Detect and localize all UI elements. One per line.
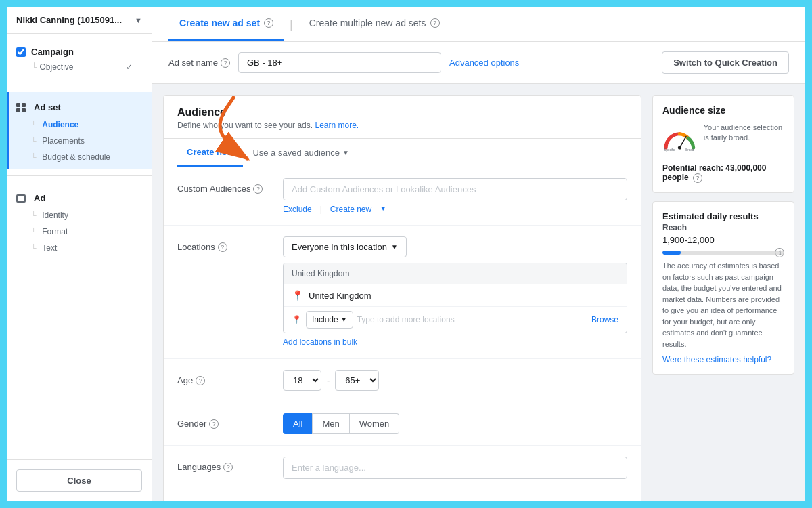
- ad-label: Ad: [34, 193, 45, 203]
- age-to-select[interactable]: 65+: [335, 370, 379, 391]
- campaign-item[interactable]: Campaign: [16, 43, 142, 60]
- text-nav-item[interactable]: └ Text: [16, 239, 142, 255]
- audience-size-card: Audience size: [652, 95, 794, 193]
- custom-audiences-info-icon: ?: [253, 184, 263, 194]
- age-from-select[interactable]: 18: [283, 370, 321, 391]
- custom-audiences-input[interactable]: [283, 178, 627, 200]
- adset-name-input[interactable]: [238, 52, 441, 73]
- detailed-targeting-section: Detailed targeting ? INCLUDE people who …: [164, 490, 641, 501]
- tab-create-multiple[interactable]: Create multiple new ad sets ?: [298, 7, 451, 41]
- audience-size-title: Audience size: [662, 105, 784, 116]
- location-type-input[interactable]: [357, 313, 587, 326]
- svg-point-2: [678, 146, 681, 150]
- tab-separator: |: [284, 18, 298, 30]
- ad-item[interactable]: Ad: [16, 190, 142, 207]
- account-selector[interactable]: Nikki Canning (1015091... ▼: [7, 7, 152, 34]
- adset-label: Ad set: [34, 102, 61, 112]
- content-area: Create new ad set ? | Create multiple ne…: [152, 7, 805, 501]
- advanced-options-link[interactable]: Advanced options: [449, 58, 519, 68]
- location-item-uk: 📍 United Kingdom: [284, 284, 627, 307]
- location-add-icon: 📍: [292, 315, 302, 324]
- campaign-label: Campaign: [31, 47, 74, 57]
- budget-nav-label: Budget & schedule: [42, 152, 110, 162]
- bulk-locations-link[interactable]: Add locations in bulk: [283, 337, 357, 347]
- objective-label: Objective: [40, 62, 74, 72]
- placements-nav-item[interactable]: └ Placements: [16, 132, 142, 148]
- gender-men-button[interactable]: Men: [312, 413, 349, 434]
- reach-bar-info-icon: ℹ: [775, 248, 784, 257]
- audience-nav-item[interactable]: └ Audience: [16, 116, 142, 132]
- custom-audiences-row: Custom Audiences ? Exclude | Create new …: [177, 178, 627, 214]
- format-nav-label: Format: [42, 227, 68, 236]
- custom-audiences-label: Custom Audiences ?: [177, 178, 272, 194]
- helpful-link[interactable]: Were these estimates helpful?: [662, 355, 784, 364]
- campaign-checkbox[interactable]: [16, 47, 26, 57]
- locations-section: Locations ? Everyone in this location ▼ …: [164, 226, 641, 359]
- location-pin-icon: 📍: [292, 290, 303, 301]
- identity-nav-label: Identity: [42, 211, 68, 220]
- format-nav-item[interactable]: └ Format: [16, 223, 142, 239]
- age-label: Age ?: [177, 370, 272, 385]
- account-name: Nikki Canning (1015091...: [16, 15, 131, 25]
- languages-section: Languages ?: [164, 446, 641, 490]
- create-new-button[interactable]: Create new: [330, 205, 371, 214]
- audience-nav-label: Audience: [42, 120, 78, 129]
- include-dropdown[interactable]: Include ▼: [306, 311, 353, 329]
- age-info-icon: ?: [196, 376, 205, 385]
- tab-saved-audience[interactable]: Use a saved audience ▼: [243, 139, 359, 167]
- divider: |: [320, 205, 322, 214]
- chevron-down-icon: ▼: [135, 16, 142, 24]
- svg-line-1: [679, 137, 686, 148]
- svg-text:Broad: Broad: [685, 148, 694, 152]
- age-control: 18 - 65+: [283, 370, 627, 391]
- identity-nav-item[interactable]: └ Identity: [16, 207, 142, 223]
- audience-panel: Audience Define who you want to see your…: [163, 95, 641, 501]
- switch-to-quick-creation-button[interactable]: Switch to Quick Creation: [662, 51, 789, 74]
- audience-panel-header: Audience Define who you want to see your…: [164, 96, 641, 139]
- objective-item[interactable]: Objective ✓: [31, 60, 142, 74]
- tab-create-new-audience[interactable]: Create new: [177, 139, 243, 167]
- location-name: United Kingdom: [309, 291, 618, 301]
- gender-all-button[interactable]: All: [283, 413, 312, 434]
- gauge-container: Specific Broad Your audience selection i…: [662, 123, 784, 156]
- gender-label: Gender ?: [177, 413, 272, 429]
- languages-control: [283, 457, 627, 479]
- location-type-dropdown[interactable]: Everyone in this location ▼: [283, 236, 407, 257]
- exclude-button[interactable]: Exclude: [283, 205, 312, 214]
- text-nav-label: Text: [42, 243, 57, 253]
- sidebar-bottom: Close: [7, 459, 152, 501]
- browse-button[interactable]: Browse: [591, 315, 618, 324]
- budget-nav-item[interactable]: └ Budget & schedule: [16, 148, 142, 165]
- tab-create-new[interactable]: Create new ad set ?: [168, 7, 284, 41]
- languages-input[interactable]: [283, 457, 627, 479]
- sidebar: Nikki Canning (1015091... ▼ Campaign Obj…: [7, 7, 152, 501]
- gender-control: All Men Women: [283, 413, 627, 434]
- languages-row: Languages ?: [177, 457, 627, 479]
- adset-item[interactable]: Ad set: [16, 99, 142, 116]
- adset-name-info-icon: ?: [221, 58, 230, 68]
- exclude-create-row: Exclude | Create new ▼: [283, 205, 627, 214]
- audience-subtitle: Define who you want to see your ads. Lea…: [177, 121, 627, 130]
- chevron-down-icon: ▼: [341, 316, 347, 323]
- gender-row: Gender ? All Men Women: [177, 413, 627, 434]
- placements-nav-label: Placements: [42, 136, 85, 146]
- gender-women-button[interactable]: Women: [350, 413, 400, 434]
- reach-info-icon: ?: [693, 173, 702, 183]
- estimated-title: Estimated daily results: [662, 211, 784, 221]
- learn-more-link[interactable]: Learn more.: [315, 121, 359, 130]
- languages-label: Languages ?: [177, 457, 272, 472]
- right-panel: Audience size: [652, 95, 794, 501]
- adset-name-label: Ad set name ?: [168, 58, 230, 68]
- tab1-info-icon: ?: [264, 18, 273, 28]
- close-button[interactable]: Close: [16, 469, 142, 492]
- age-section: Age ? 18 - 65+: [164, 359, 641, 402]
- age-range-row: 18 - 65+: [283, 370, 627, 391]
- check-icon: ✓: [126, 62, 133, 72]
- gauge-svg: Specific Broad: [662, 123, 697, 156]
- locations-control: Everyone in this location ▼ United Kingd…: [283, 236, 627, 347]
- main-content: Audience Define who you want to see your…: [152, 84, 805, 501]
- locations-info-icon: ?: [218, 242, 227, 252]
- adset-name-bar: Ad set name ? Advanced options Switch to…: [152, 42, 805, 84]
- languages-info-icon: ?: [223, 463, 233, 472]
- gauge-text: Your audience selection is fairly broad.: [704, 123, 784, 144]
